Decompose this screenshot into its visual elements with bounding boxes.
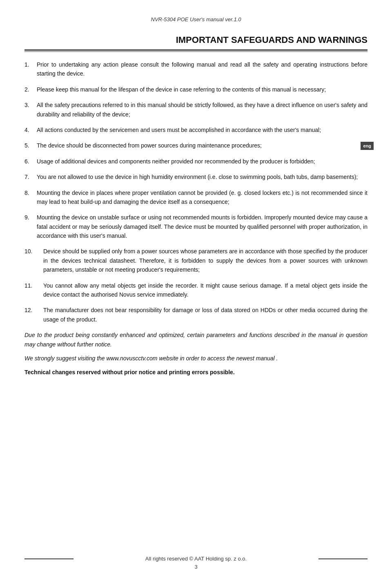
item-text: All actions conducted by the servicemen … [37,125,368,134]
bold-notice: Technical changes reserved without prior… [24,368,368,377]
list-item: 2. Please keep this manual for the lifes… [24,85,368,94]
thick-divider [24,49,368,51]
item-number: 9. [24,213,37,240]
item-number: 4. [24,125,37,134]
footer-line-left [24,558,74,559]
list-item: 4. All actions conducted by the servicem… [24,125,368,134]
footer: All rights reserved © AAT Holding sp. z … [24,556,368,562]
list-item: 1. Prior to undertaking any action pleas… [24,60,368,78]
list-item: 12. The manufacturer does not bear respo… [24,306,368,324]
item-number: 2. [24,85,37,94]
list-item: 7. You are not allowed to use the device… [24,172,368,181]
content-area: eng 1. Prior to undertaking any action p… [24,60,368,377]
list-item: 11. You cannot allow any metal objects g… [24,281,368,299]
item-text: Device should be supplied only from a po… [39,247,368,274]
page-number: 3 [0,564,392,570]
list-item: 6. Usage of additional devices and compo… [24,157,368,166]
list-item: 3. All the safety precautions referred t… [24,101,368,119]
item-text: The device should be disconnected from p… [37,141,368,150]
footer-line-right [318,558,368,559]
list-item: 9. Mounting the device on unstable surfa… [24,213,368,240]
item-text: You are not allowed to use the device in… [37,172,368,181]
lang-badge: eng [361,142,374,150]
footer-text: All rights reserved © AAT Holding sp. z … [145,556,247,562]
item-text: Usage of additional devices and componen… [37,157,368,166]
page: NVR-5304 POE User's manual ver.1.0 IMPOR… [0,0,392,574]
item-text: Mounting the device in places where prop… [37,188,368,207]
item-text: The manufacturer does not bear responsib… [39,306,368,324]
header-title: NVR-5304 POE User's manual ver.1.0 [24,16,368,22]
item-number: 5. [24,141,37,150]
item-number: 11. [24,281,39,299]
item-text: Please keep this manual for the lifespan… [37,85,368,94]
list-item: 10. Device should be supplied only from … [24,247,368,274]
item-text: Prior to undertaking any action please c… [37,60,368,78]
thin-divider [24,51,368,52]
item-number: 6. [24,157,37,166]
item-number: 12. [24,306,39,324]
italic-notice-1: Due to the product being constantly enha… [24,331,368,349]
item-number: 7. [24,172,37,181]
item-number: 10. [24,247,39,274]
list-item: 5. The device should be disconnected fro… [24,141,368,150]
item-text: Mounting the device on unstable surface … [37,213,368,240]
item-text: All the safety precautions referred to i… [37,101,368,119]
item-text: You cannot allow any metal objects get i… [39,281,368,299]
item-number: 3. [24,101,37,119]
item-number: 1. [24,60,37,78]
italic-notice-2: We strongly suggest visiting the www.nov… [24,354,368,363]
list-item: 8. Mounting the device in places where p… [24,188,368,207]
item-number: 8. [24,188,37,207]
main-heading: IMPORTANT SAFEGUARDS AND WARNINGS [24,35,368,45]
